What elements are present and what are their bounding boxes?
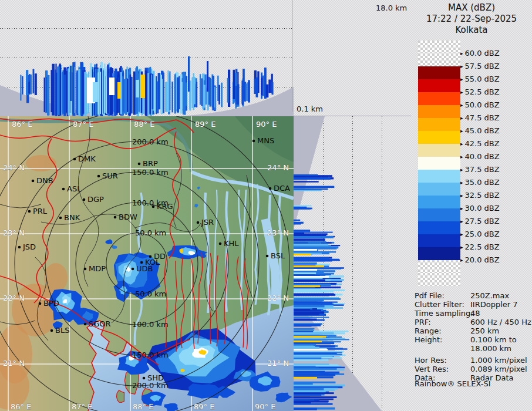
echo-column bbox=[235, 86, 238, 105]
city-marker bbox=[39, 302, 42, 305]
echo-row bbox=[294, 208, 311, 210]
scale-tick: ▸22.5 dBZ bbox=[460, 242, 500, 251]
height-axis-min-label: 0.1 km bbox=[297, 105, 323, 113]
height-axis-max-label: 18.0 km bbox=[376, 4, 407, 12]
scale-tick-label: 57.5 dBZ bbox=[465, 62, 500, 70]
city-marker bbox=[28, 210, 31, 213]
radar-map-panel: 200.0 km150.0 km100.0 km50.0 km50.0 km10… bbox=[0, 116, 294, 411]
echo-row bbox=[294, 279, 325, 282]
echo-row bbox=[294, 269, 317, 271]
product-datetime: 17:22 / 22-Sep-2025 bbox=[411, 14, 532, 24]
tick-arrow-icon: ▸ bbox=[460, 257, 463, 263]
echo-row bbox=[294, 174, 318, 176]
scale-color-block bbox=[418, 66, 460, 79]
scale-checker-block bbox=[418, 273, 460, 286]
echo-column bbox=[247, 82, 250, 101]
info-label: Pdf File: bbox=[415, 291, 470, 300]
city-label: SGOR bbox=[89, 319, 111, 328]
echo-column bbox=[200, 74, 201, 105]
beam-blockage-shade bbox=[294, 116, 325, 229]
city-label: ASL bbox=[67, 184, 82, 193]
scale-tick: ▸25.0 dBZ bbox=[460, 230, 500, 238]
echo-row bbox=[294, 359, 328, 361]
city-label: BRP bbox=[143, 159, 158, 168]
tick-arrow-icon: ▸ bbox=[460, 115, 463, 121]
tick-arrow-icon: ▸ bbox=[460, 50, 463, 56]
echo-row bbox=[294, 316, 313, 318]
echo-row bbox=[294, 181, 319, 183]
echo-column bbox=[192, 78, 194, 108]
longitude-label: 89° E bbox=[194, 402, 214, 411]
echo-column bbox=[211, 79, 213, 106]
info-row: Vert Res:0.089 km/pixel bbox=[415, 365, 531, 373]
info-row: Pdf File:250Z.max bbox=[415, 291, 531, 300]
scale-tick: ▸30.0 dBZ bbox=[460, 204, 500, 213]
scale-tick: ▸35.0 dBZ bbox=[460, 178, 500, 187]
echo-column bbox=[20, 75, 21, 100]
scale-color-block bbox=[418, 247, 460, 260]
echo-column bbox=[163, 73, 164, 113]
echo-row bbox=[294, 230, 310, 232]
scale-tick-label: 25.0 dBZ bbox=[465, 230, 500, 238]
scale-checker-block bbox=[418, 41, 460, 53]
product-info-list: Pdf File:250Z.maxClutter Filter:IIRDoppl… bbox=[415, 291, 531, 382]
scale-color-block bbox=[418, 131, 460, 144]
echo-column bbox=[104, 63, 106, 113]
info-label: Range: bbox=[415, 326, 470, 335]
echo-column bbox=[152, 74, 154, 110]
echo-column bbox=[28, 82, 30, 93]
echo-column bbox=[154, 78, 156, 112]
right-profile-plot bbox=[294, 116, 411, 411]
tick-arrow-icon: ▸ bbox=[460, 180, 463, 186]
echo-row bbox=[294, 236, 334, 238]
info-row: Height:0.100 km to bbox=[415, 335, 531, 344]
scale-tick: ▸47.5 dBZ bbox=[460, 113, 500, 122]
echo-column bbox=[70, 66, 72, 101]
info-row: 18.000 km bbox=[415, 344, 531, 353]
range-ring-label: 200.0 km bbox=[132, 137, 169, 146]
longitude-label: 90° E bbox=[256, 120, 277, 129]
info-value: 0.100 km to bbox=[470, 335, 517, 344]
city-label: PRL bbox=[33, 207, 48, 215]
echo-column bbox=[167, 70, 169, 112]
tick-arrow-icon: ▸ bbox=[460, 206, 463, 211]
echo-column bbox=[207, 61, 208, 92]
scale-tick: ▸27.5 dBZ bbox=[460, 217, 500, 225]
echo-column bbox=[35, 73, 37, 95]
tick-arrow-icon: ▸ bbox=[460, 128, 463, 134]
echo-column bbox=[177, 78, 179, 113]
scale-color-block bbox=[418, 144, 460, 157]
top-height-profile-panel bbox=[0, 0, 294, 116]
echo-row bbox=[294, 311, 324, 314]
echo-column bbox=[97, 72, 99, 114]
echo-row bbox=[294, 354, 342, 356]
city-marker bbox=[132, 268, 134, 271]
echo-column bbox=[169, 71, 170, 110]
echo-row bbox=[294, 233, 328, 235]
city-label: BSL bbox=[271, 251, 285, 260]
echo-column bbox=[117, 82, 121, 99]
echo-row bbox=[294, 342, 334, 345]
echo-column bbox=[133, 72, 136, 115]
echo-column bbox=[126, 79, 127, 112]
longitude-label: 90° E bbox=[255, 402, 275, 411]
echo-column bbox=[165, 82, 167, 112]
scale-color-block bbox=[418, 157, 460, 170]
echo-column bbox=[262, 76, 264, 96]
scale-tick-label: 40.0 dBZ bbox=[465, 152, 500, 161]
echo-column bbox=[203, 85, 206, 108]
info-label: Vert Res: bbox=[415, 365, 470, 373]
delta-island bbox=[117, 390, 124, 403]
echo-column bbox=[160, 75, 162, 113]
longitude-label: 88° E bbox=[134, 120, 154, 129]
scale-tick-label: 27.5 dBZ bbox=[465, 217, 500, 225]
echo-column bbox=[122, 76, 123, 115]
city-marker bbox=[73, 158, 76, 161]
echo-column bbox=[174, 74, 176, 113]
scale-tick: ▸50.0 dBZ bbox=[460, 100, 500, 109]
echo-row bbox=[294, 385, 338, 386]
city-marker bbox=[62, 188, 65, 191]
city-label: BNK bbox=[64, 213, 80, 222]
scale-color-block bbox=[418, 79, 460, 92]
echo-column bbox=[93, 82, 97, 102]
